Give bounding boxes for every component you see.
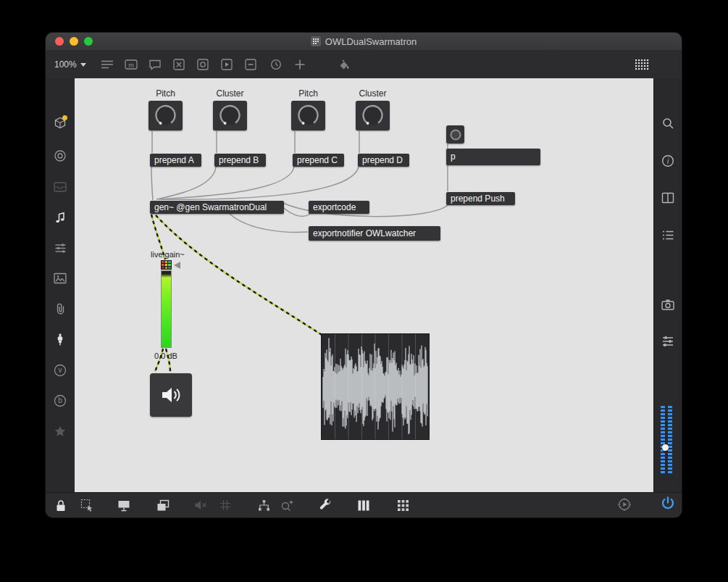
favorites-star-icon[interactable] bbox=[52, 423, 68, 439]
filters-icon[interactable] bbox=[660, 333, 676, 349]
patch-cord[interactable] bbox=[151, 167, 153, 200]
exportcode-object[interactable]: exportcode bbox=[309, 201, 369, 214]
paint-bucket-icon[interactable] bbox=[336, 57, 352, 72]
prepend-d-object[interactable]: prepend D bbox=[358, 154, 409, 167]
images-icon[interactable] bbox=[52, 270, 68, 286]
snapshot-camera-icon[interactable] bbox=[660, 296, 676, 312]
patch-cord[interactable] bbox=[159, 167, 294, 199]
speaker-icon bbox=[160, 386, 182, 404]
gain-triangle-icon[interactable] bbox=[174, 262, 180, 269]
playbar-box-icon[interactable] bbox=[219, 57, 235, 72]
prepend-push-object[interactable]: prepend Push bbox=[446, 192, 515, 205]
signal-cord[interactable] bbox=[156, 215, 322, 335]
lock-icon[interactable] bbox=[53, 497, 69, 513]
layers-icon[interactable] bbox=[155, 497, 171, 513]
zoom-control[interactable]: 100% bbox=[54, 59, 86, 70]
patcher-window: OWLDualSwarmatron 100% m v b bbox=[46, 33, 682, 517]
audio-output-object[interactable] bbox=[150, 373, 192, 417]
exportnotifier-object[interactable]: exportnotifier OWLwatcher bbox=[309, 226, 440, 241]
p-subpatcher-object[interactable]: p bbox=[446, 149, 540, 165]
scope-display bbox=[322, 334, 429, 439]
comment-cluster-2[interactable]: Cluster bbox=[356, 88, 390, 99]
master-volume-slider[interactable] bbox=[662, 444, 669, 451]
circle-box-icon[interactable] bbox=[195, 57, 211, 72]
grid-snap-icon[interactable] bbox=[217, 497, 233, 513]
gen-object[interactable]: gen~ @gen SwarmatronDual bbox=[150, 201, 284, 214]
drawer-icon[interactable] bbox=[52, 179, 68, 195]
transport-play-icon[interactable] bbox=[616, 496, 632, 512]
window-title-group: OWLDualSwarmatron bbox=[46, 33, 682, 50]
grid-browser-icon[interactable] bbox=[634, 57, 650, 72]
comment-icon[interactable] bbox=[147, 57, 163, 72]
patch-cord[interactable] bbox=[161, 167, 359, 199]
toggle-object[interactable] bbox=[446, 125, 464, 144]
gain-clip-leds bbox=[161, 260, 172, 270]
info-icon[interactable]: i bbox=[660, 153, 676, 169]
patcher-list-icon[interactable] bbox=[99, 57, 115, 72]
gain-value: 0.0 dB bbox=[146, 352, 186, 360]
add-object-icon[interactable] bbox=[292, 57, 308, 72]
packages-icon[interactable] bbox=[52, 115, 68, 131]
search-icon[interactable] bbox=[660, 115, 676, 131]
titlebar[interactable]: OWLDualSwarmatron bbox=[46, 33, 682, 51]
output-level-meter-left bbox=[661, 406, 665, 475]
scope-object[interactable] bbox=[321, 333, 430, 440]
console-list-icon[interactable] bbox=[660, 227, 676, 243]
notification-badge bbox=[62, 115, 67, 120]
vimeo-icon[interactable]: v bbox=[52, 362, 68, 378]
audio-note-icon[interactable] bbox=[52, 209, 68, 225]
toggle-circle-icon bbox=[448, 128, 463, 142]
bottom-toolbar bbox=[46, 492, 682, 517]
window-title: OWLDualSwarmatron bbox=[325, 36, 417, 47]
bandcamp-icon[interactable]: b bbox=[52, 393, 68, 409]
minus-box-icon[interactable] bbox=[243, 57, 259, 72]
knob-arc bbox=[213, 101, 247, 130]
cluster-knob-1[interactable] bbox=[213, 101, 247, 130]
wrench-icon[interactable] bbox=[318, 497, 334, 513]
clock-icon[interactable] bbox=[268, 57, 284, 72]
knob-arc bbox=[291, 101, 325, 130]
svg-text:i: i bbox=[667, 157, 669, 165]
audio-power-icon[interactable] bbox=[659, 496, 675, 512]
max-object-icon[interactable]: m bbox=[123, 57, 139, 72]
target-icon[interactable] bbox=[52, 148, 68, 164]
live-gain-label[interactable]: live.gain~ bbox=[151, 250, 185, 259]
signal-cord[interactable] bbox=[156, 215, 322, 335]
zoom-level: 100% bbox=[54, 59, 77, 70]
live-gain-slider[interactable] bbox=[161, 270, 172, 348]
comment-pitch-2[interactable]: Pitch bbox=[291, 88, 325, 99]
presentation-icon[interactable] bbox=[116, 497, 132, 513]
knob-arc bbox=[148, 101, 183, 130]
hierarchy-icon[interactable] bbox=[256, 497, 272, 513]
reference-icon[interactable] bbox=[660, 190, 676, 206]
attachments-icon[interactable] bbox=[52, 301, 68, 317]
output-level-meter-right bbox=[668, 406, 672, 475]
knob-arc bbox=[356, 101, 390, 130]
svg-text:v: v bbox=[59, 366, 62, 374]
x-box-icon[interactable] bbox=[171, 57, 187, 72]
cluster-knob-2[interactable] bbox=[356, 101, 390, 130]
prepend-b-object[interactable]: prepend B bbox=[214, 154, 266, 167]
snippets-icon[interactable] bbox=[279, 497, 295, 513]
patch-cord[interactable] bbox=[156, 167, 216, 199]
mixer-icon[interactable] bbox=[52, 240, 68, 256]
pitch-knob-1[interactable] bbox=[148, 101, 183, 130]
keypad-grid-icon[interactable] bbox=[395, 497, 411, 513]
svg-text:m: m bbox=[128, 62, 134, 69]
selection-icon[interactable] bbox=[79, 497, 95, 513]
audio-mute-icon[interactable] bbox=[193, 497, 209, 513]
top-toolbar: 100% m bbox=[46, 50, 682, 79]
keyboard-piano-icon[interactable] bbox=[356, 497, 372, 513]
pitch-knob-2[interactable] bbox=[291, 101, 325, 130]
comment-pitch-1[interactable]: Pitch bbox=[148, 88, 183, 99]
patcher-canvas[interactable]: Pitch Cluster Pitch Cluster prepend A pr… bbox=[75, 78, 654, 493]
left-sidebar: v b bbox=[46, 78, 75, 493]
patch-cord[interactable] bbox=[230, 214, 308, 232]
right-sidebar: i bbox=[653, 78, 682, 493]
prepend-c-object[interactable]: prepend C bbox=[293, 154, 344, 167]
patcher-doc-icon bbox=[311, 36, 321, 46]
svg-text:b: b bbox=[58, 396, 62, 404]
comment-cluster-1[interactable]: Cluster bbox=[213, 88, 247, 99]
plug-icon[interactable] bbox=[52, 331, 68, 347]
prepend-a-object[interactable]: prepend A bbox=[150, 154, 201, 167]
